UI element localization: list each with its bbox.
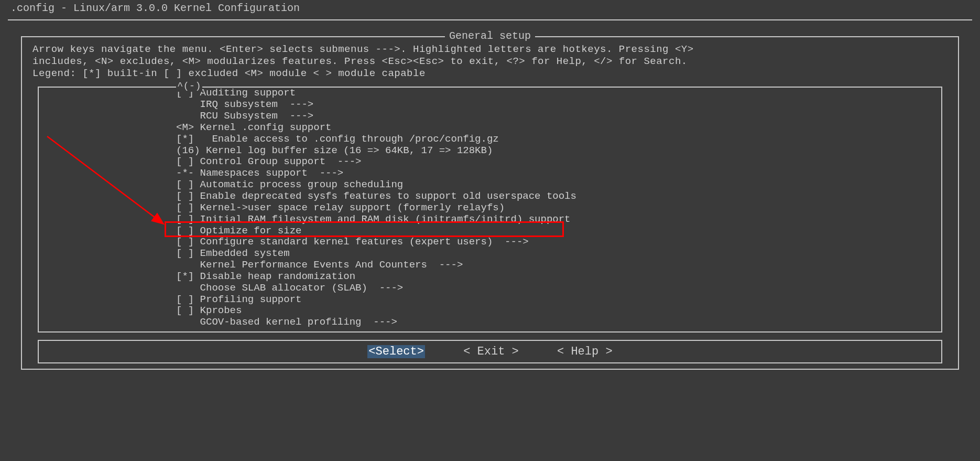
scroll-up-indicator: ^(-) xyxy=(176,80,202,92)
outer-frame: General setup Arrow keys navigate the me… xyxy=(8,19,972,370)
menu-item[interactable]: [*] Disable heap randomization xyxy=(39,271,941,283)
menu-item[interactable]: [ ] Kprobes xyxy=(39,305,941,317)
menu-item[interactable]: IRQ subsystem ---> xyxy=(39,99,941,111)
menu-item[interactable]: [*] Enable access to .config through /pr… xyxy=(39,134,941,145)
menu-list: ^(-) [ ] Auditing support IRQ subsystem … xyxy=(38,87,942,333)
menu-item[interactable]: [ ] Optimize for size xyxy=(39,226,941,237)
select-button[interactable]: <Select> xyxy=(367,345,425,358)
menu-item[interactable]: -*- Namespaces support ---> xyxy=(39,168,941,179)
help-line: includes, <N> excludes, <M> modularizes … xyxy=(32,56,948,68)
menu-item[interactable]: [ ] Kernel->user space relay support (fo… xyxy=(39,202,941,214)
window-title: .config - Linux/arm 3.0.0 Kernel Configu… xyxy=(0,0,980,19)
menu-item[interactable]: <M> Kernel .config support xyxy=(39,122,941,134)
help-button[interactable]: < Help > xyxy=(557,345,613,358)
menu-item[interactable]: [ ] Embedded system xyxy=(39,248,941,260)
exit-button[interactable]: < Exit > xyxy=(463,345,519,358)
menu-item[interactable]: Choose SLAB allocator (SLAB) ---> xyxy=(39,283,941,294)
help-line: Legend: [*] built-in [ ] excluded <M> mo… xyxy=(32,68,948,80)
menu-item[interactable]: [ ] Control Group support ---> xyxy=(39,156,941,168)
menu-item[interactable]: [ ] Enable deprecated sysfs features to … xyxy=(39,191,941,202)
menu-item[interactable]: [ ] Auditing support xyxy=(39,88,941,99)
help-text: Arrow keys navigate the menu. <Enter> se… xyxy=(32,44,948,79)
section-title: General setup xyxy=(445,30,535,42)
menu-item[interactable]: (16) Kernel log buffer size (16 => 64KB,… xyxy=(39,145,941,157)
menu-item[interactable]: [ ] Automatic process group scheduling xyxy=(39,179,941,191)
menu-item[interactable]: [ ] Initial RAM filesystem and RAM disk … xyxy=(39,214,941,226)
menu-item[interactable]: [ ] Profiling support xyxy=(39,294,941,306)
menu-item[interactable]: Kernel Performance Events And Counters -… xyxy=(39,260,941,271)
general-setup-panel: General setup Arrow keys navigate the me… xyxy=(21,36,959,370)
menu-item[interactable]: RCU Subsystem ---> xyxy=(39,111,941,122)
button-bar: <Select> < Exit > < Help > xyxy=(38,340,942,363)
menu-item[interactable]: [ ] Configure standard kernel features (… xyxy=(39,237,941,248)
help-line: Arrow keys navigate the menu. <Enter> se… xyxy=(32,44,948,56)
menu-item[interactable]: GCOV-based kernel profiling ---> xyxy=(39,317,941,328)
